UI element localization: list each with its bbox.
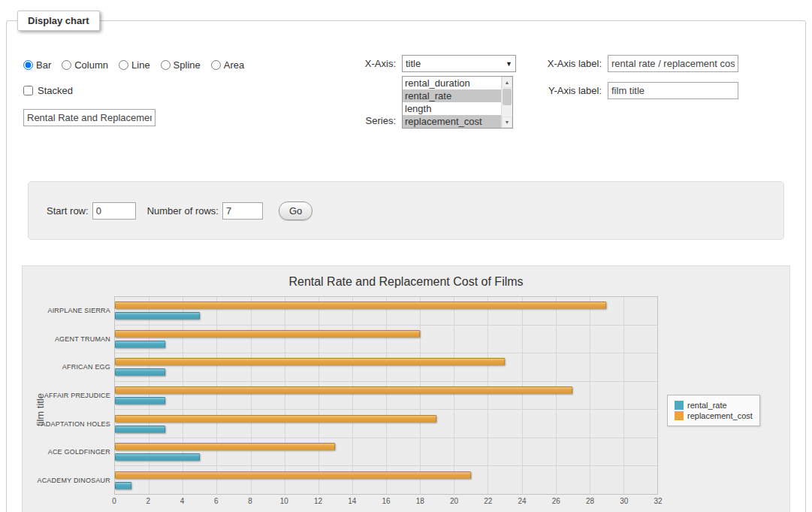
stacked-checkbox[interactable]: [23, 86, 33, 95]
category-label: AIRPLANE SIERRA: [50, 296, 114, 325]
chart-type-option-line[interactable]: Line: [119, 59, 150, 71]
bar-rental_rate[interactable]: [115, 453, 200, 461]
chart-type-radio-label: Area: [224, 59, 244, 71]
bar-replacement_cost[interactable]: [115, 358, 505, 365]
chart-type-option-column[interactable]: Column: [62, 59, 108, 71]
category-label: ACADEMY DINOSAUR: [50, 466, 114, 495]
x-tick-label: 30: [620, 497, 628, 505]
bar-replacement_cost[interactable]: [115, 415, 436, 423]
chart-type-radio-spline[interactable]: [161, 60, 171, 70]
y-axis-label-input[interactable]: [608, 82, 738, 99]
chart-type-option-area[interactable]: Area: [211, 59, 244, 71]
chevron-down-icon: ▼: [506, 60, 512, 68]
panel-legend: Display chart: [17, 11, 100, 31]
x-axis-label-field-label: X-Axis label:: [536, 55, 602, 72]
x-tick-label: 22: [484, 497, 492, 505]
category-row: [115, 438, 657, 467]
chart-type-radio-label: Column: [74, 59, 108, 71]
x-axis-label: X-Axis:: [331, 55, 396, 72]
chart-title-input[interactable]: [23, 109, 155, 126]
category-row: [115, 382, 657, 411]
scroll-up-icon: ▲: [505, 80, 510, 85]
bar-rental_rate[interactable]: [115, 368, 165, 376]
chart-controls: BarColumnLineSplineArea Stacked X-Axis: …: [7, 53, 805, 160]
category-row: [115, 297, 657, 326]
chart-type-radio-group: BarColumnLineSplineArea: [23, 59, 244, 71]
category-label: ADAPTATION HOLES: [50, 410, 114, 438]
bar-replacement_cost[interactable]: [115, 330, 420, 338]
series-option-replacement_cost[interactable]: replacement_cost: [403, 115, 501, 128]
bar-rental_rate[interactable]: [115, 482, 131, 489]
listbox-scrollbar[interactable]: ▲ ▼: [501, 77, 512, 128]
bar-rental_rate[interactable]: [115, 312, 200, 320]
bar-replacement_cost[interactable]: [115, 301, 606, 309]
chart: Rental Rate and Replacement Cost of Film…: [22, 265, 790, 512]
legend-label: rental_rate: [687, 401, 727, 410]
x-axis-label-input[interactable]: [608, 55, 738, 72]
start-row-input[interactable]: [92, 202, 136, 220]
bar-rental_rate[interactable]: [115, 426, 165, 433]
x-tick-label: 8: [248, 497, 252, 505]
x-tick-label: 18: [416, 497, 424, 505]
go-button[interactable]: Go: [279, 201, 312, 220]
bar-replacement_cost[interactable]: [115, 386, 572, 394]
series-row: Series: rental_durationrental_ratelength…: [331, 76, 516, 129]
chart-type-radio-column[interactable]: [62, 60, 71, 70]
chart-title: Rental Rate and Replacement Cost of Film…: [23, 275, 789, 289]
plot-area: [114, 296, 658, 495]
legend-swatch: [675, 401, 684, 410]
display-chart-fieldset: Display chart BarColumnLineSplineArea St…: [6, 11, 806, 512]
series-option-rental_rate[interactable]: rental_rate: [403, 89, 501, 102]
bar-rental_rate[interactable]: [115, 341, 165, 348]
chart-type-radio-line[interactable]: [119, 60, 128, 70]
scrollbar-thumb[interactable]: [503, 89, 512, 105]
x-tick-label: 14: [348, 497, 356, 505]
legend-column: rental_ratereplacement_cost: [658, 296, 789, 512]
chart-type-option-spline[interactable]: Spline: [161, 59, 201, 71]
controls-left-column: BarColumnLineSplineArea Stacked: [23, 59, 244, 126]
x-tick-label: 16: [382, 497, 390, 505]
x-tick-label: 24: [518, 497, 526, 505]
x-tick-label: 0: [112, 497, 116, 505]
category-label: AGENT TRUMAN: [50, 325, 114, 353]
chart-type-option-bar[interactable]: Bar: [23, 59, 51, 71]
series-listbox[interactable]: rental_durationrental_ratelengthreplacem…: [402, 76, 513, 129]
x-tick-label: 32: [654, 497, 662, 505]
category-row: [115, 410, 657, 438]
x-axis-row: X-Axis: title ▼: [331, 55, 516, 72]
chart-type-radio-area[interactable]: [211, 60, 221, 70]
x-tick-label: 12: [314, 497, 322, 505]
series-option-rental_duration[interactable]: rental_duration: [403, 77, 501, 89]
num-rows-input[interactable]: [222, 202, 263, 220]
chart-type-radio-label: Line: [131, 59, 150, 71]
chart-legend: rental_ratereplacement_cost: [667, 395, 760, 426]
chart-body: film title AIRPLANE SIERRAAGENT TRUMANAF…: [23, 296, 789, 512]
x-tick-label: 26: [552, 497, 560, 505]
category-label: AFRICAN EGG: [50, 353, 114, 381]
series-option-length[interactable]: length: [403, 102, 501, 115]
x-axis-select[interactable]: title ▼: [402, 55, 516, 72]
category-axis-labels: AIRPLANE SIERRAAGENT TRUMANAFRICAN EGGAF…: [50, 296, 114, 495]
stacked-option[interactable]: Stacked: [23, 85, 244, 96]
category-row: [115, 353, 657, 382]
controls-middle-column: X-Axis: title ▼ Series: rental_durationr…: [331, 55, 516, 132]
bar-rental_rate[interactable]: [115, 397, 165, 404]
x-tick-label: 10: [280, 497, 288, 505]
bar-replacement_cost[interactable]: [115, 443, 335, 450]
rows-form: Start row: Number of rows: Go: [28, 181, 784, 240]
scroll-up-button[interactable]: ▲: [502, 77, 512, 88]
y-axis-title-text: film title: [35, 393, 46, 426]
y-axis-label-field-label: Y-Axis label:: [536, 82, 602, 99]
x-tick-label: 28: [586, 497, 594, 505]
chart-type-radio-label: Bar: [36, 59, 51, 71]
x-axis-ticks: 02468101214161820222426283032: [114, 497, 658, 508]
series-label: Series:: [331, 112, 396, 129]
category-row: [115, 466, 657, 494]
x-tick-label: 6: [214, 497, 219, 505]
bar-replacement_cost[interactable]: [115, 471, 471, 479]
chart-type-radio-bar[interactable]: [23, 60, 33, 70]
legend-item-rental_rate[interactable]: rental_rate: [675, 401, 753, 410]
legend-item-replacement_cost[interactable]: replacement_cost: [675, 411, 753, 420]
scrollbar-track[interactable]: [502, 88, 512, 117]
scroll-down-button[interactable]: ▼: [502, 117, 512, 128]
